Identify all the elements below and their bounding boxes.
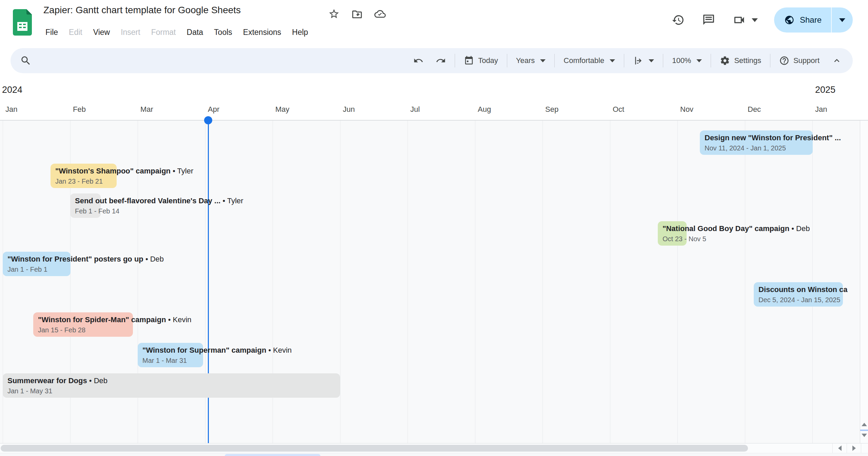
sheet-tab-indicator[interactable] <box>225 454 320 456</box>
toolbar-divider <box>507 54 507 67</box>
menu-tools[interactable]: Tools <box>209 26 238 39</box>
chevron-down-icon <box>752 18 758 22</box>
task-dates: Jan 1 - May 31 <box>7 386 107 396</box>
menu-insert: Insert <box>115 26 146 39</box>
menu-data[interactable]: Data <box>181 26 209 39</box>
task-owner: • Kevin <box>266 346 292 354</box>
task-dates: Jan 1 - Feb 1 <box>7 265 164 274</box>
density-label: Comfortable <box>564 56 604 65</box>
today-label: Today <box>478 56 498 65</box>
task-owner: • Deb <box>789 224 810 233</box>
month-gridline <box>475 121 475 443</box>
task-dates: Oct 23 - Nov 5 <box>663 234 810 244</box>
task-dates: Jan 15 - Feb 28 <box>38 325 192 335</box>
star-icon[interactable] <box>328 8 340 20</box>
vertical-scrollbar[interactable] <box>860 121 868 443</box>
video-camera-icon <box>733 14 746 26</box>
month-label: Feb <box>73 105 86 114</box>
task-text: Discounts on Winston caDec 5, 2024 - Jan… <box>758 285 848 305</box>
share-main[interactable]: Share <box>774 7 831 33</box>
task-title: Design new "Winston for President" ... <box>705 133 841 143</box>
sheets-logo-icon[interactable] <box>13 9 32 36</box>
chevron-down-icon <box>696 59 702 62</box>
task-title: "Winston for Superman" campaign • Kevin <box>142 345 292 355</box>
menu-file[interactable]: File <box>40 26 63 39</box>
task-text: "Winston's Shampoo" campaign • TylerJan … <box>55 166 193 186</box>
share-button[interactable]: Share <box>774 7 853 33</box>
bottom-strip <box>0 453 868 456</box>
range-label: Years <box>516 56 535 65</box>
support-button[interactable]: Support <box>773 56 826 66</box>
version-history-icon[interactable] <box>672 14 685 26</box>
month-label: Jan <box>815 105 827 114</box>
task-text: "Winston for Spider-Man" campaign • Kevi… <box>38 315 192 335</box>
support-label: Support <box>793 56 820 65</box>
task-dates: Nov 11, 2024 - Jan 1, 2025 <box>705 143 841 153</box>
horizontal-scroll-thumb[interactable] <box>1 445 748 452</box>
search-icon[interactable] <box>20 55 32 66</box>
card-alignment-dropdown[interactable] <box>627 56 660 66</box>
month-gridline <box>340 121 340 443</box>
task-text: Design new "Winston for President" ...No… <box>705 133 841 153</box>
range-dropdown[interactable]: Years <box>510 56 552 65</box>
meet-button[interactable] <box>733 14 758 26</box>
horizontal-scrollbar[interactable] <box>0 443 868 453</box>
task-owner: • Kevin <box>166 315 192 324</box>
comment-icon[interactable] <box>702 14 715 26</box>
task-title: Discounts on Winston ca <box>758 285 848 295</box>
collapse-toolbar-button[interactable] <box>826 56 843 66</box>
month-label: Jun <box>343 105 355 114</box>
task-dates: Mar 1 - Mar 31 <box>142 356 292 365</box>
task-dates: Dec 5, 2024 - Jan 15, 2025 <box>758 295 848 305</box>
menu-extensions[interactable]: Extensions <box>238 26 287 39</box>
toolbar-divider <box>663 54 663 67</box>
zoom-label: 100% <box>672 56 691 65</box>
task-title: "Winston's Shampoo" campaign • Tyler <box>55 166 193 176</box>
left-arrow-icon <box>838 445 842 451</box>
month-label: May <box>275 105 290 114</box>
cloud-saved-icon[interactable] <box>374 8 386 20</box>
task-text: "Winston for Superman" campaign • KevinM… <box>142 345 292 365</box>
doc-title[interactable]: Zapier: Gantt chart template for Google … <box>43 5 241 15</box>
scroll-left-button[interactable] <box>832 443 847 453</box>
chevron-down-icon <box>839 18 845 22</box>
task-dates: Feb 1 - Feb 14 <box>75 206 243 216</box>
task-title: "Winston for Spider-Man" campaign • Kevi… <box>38 315 192 325</box>
header-actions: Share <box>672 7 853 33</box>
scroll-down-button[interactable] <box>862 434 867 437</box>
month-label: Dec <box>748 105 761 114</box>
task-owner: • Tyler <box>171 167 193 175</box>
redo-button[interactable] <box>430 56 452 66</box>
scroll-up-button[interactable] <box>862 423 867 426</box>
toolbar-divider <box>711 54 711 67</box>
month-label: Sep <box>545 105 558 114</box>
vertical-scroll-thumb[interactable] <box>860 430 868 431</box>
month-label: Jul <box>410 105 420 114</box>
doc-title-actions <box>328 8 386 20</box>
zoom-dropdown[interactable]: 100% <box>666 56 708 65</box>
year-label: 2024 <box>2 85 22 95</box>
share-dropdown[interactable] <box>831 7 853 33</box>
month-label: Nov <box>680 105 693 114</box>
task-title: Summerwear for Dogs • Deb <box>7 376 107 386</box>
today-marker-dot <box>204 116 212 124</box>
chevron-down-icon <box>610 59 615 62</box>
undo-button[interactable] <box>407 56 430 66</box>
density-dropdown[interactable]: Comfortable <box>557 56 621 65</box>
right-arrow-icon <box>852 445 856 451</box>
settings-button[interactable]: Settings <box>714 56 767 66</box>
task-text: "Winston for President" posters go up • … <box>7 254 164 274</box>
timeline-grid: Design new "Winston for President" ...No… <box>0 121 860 443</box>
task-title: Send out beef-flavored Valentine's Day .… <box>75 196 243 206</box>
menu-view[interactable]: View <box>88 26 115 39</box>
month-gridline <box>812 121 813 443</box>
today-button[interactable]: Today <box>458 56 504 66</box>
task-dates: Jan 23 - Feb 21 <box>55 177 193 186</box>
menu-edit: Edit <box>63 26 88 39</box>
month-gridline <box>745 121 745 443</box>
menu-help[interactable]: Help <box>287 26 313 39</box>
scroll-right-button[interactable] <box>847 443 861 453</box>
chevron-down-icon <box>540 59 546 62</box>
move-folder-icon[interactable] <box>351 8 363 20</box>
toolbar-divider <box>624 54 624 67</box>
